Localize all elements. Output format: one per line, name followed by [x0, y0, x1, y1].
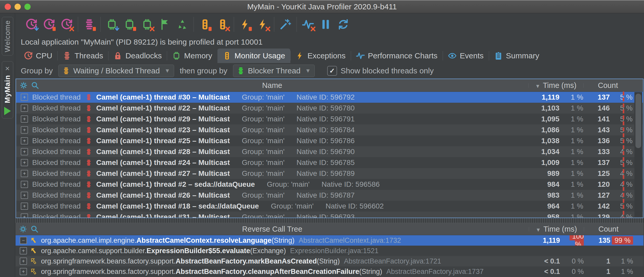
tab-summary[interactable]: Summary: [489, 49, 544, 63]
tab-monitor-usage[interactable]: Monitor Usage: [217, 49, 290, 63]
thread-group: Group: 'main': [271, 202, 314, 210]
thread-row[interactable]: +Blocked threadCamel (camel-1) thread #2…: [16, 157, 643, 168]
tab-deadlocks[interactable]: Deadlocks: [108, 49, 167, 63]
tab-performance-charts[interactable]: Performance Charts: [351, 49, 443, 63]
column-header-count[interactable]: Count: [584, 225, 633, 233]
panel-splitter[interactable]: [16, 218, 643, 223]
expand-icon[interactable]: +: [21, 213, 28, 218]
expand-icon[interactable]: +: [20, 258, 27, 265]
thread-native-id: Native ID: 596785: [297, 158, 355, 167]
welcome-tab-label: Welcome: [3, 20, 12, 52]
column-header-count[interactable]: Count: [583, 81, 633, 90]
sidebar-tab-welcome[interactable]: Welcome: [2, 17, 13, 56]
expand-icon[interactable]: +: [21, 159, 28, 166]
call-tree-row[interactable]: +org.apache.camel.support.builder.Expres…: [16, 246, 643, 256]
clear-cpu-data-icon[interactable]: [61, 18, 73, 30]
x-badge-icon: [265, 26, 271, 32]
pause-icon[interactable]: [320, 18, 332, 30]
thread-row[interactable]: +Blocked threadCamel (camel-1) thread #2…: [16, 103, 643, 114]
thread-row[interactable]: +Blocked threadCamel (camel-1) thread #2…: [16, 168, 643, 179]
expand-icon[interactable]: +: [21, 181, 28, 188]
column-header-time[interactable]: ▼Time (ms): [528, 81, 583, 90]
mymain-tab-label: MyMain: [3, 75, 12, 103]
show-blocked-checkbox-wrap[interactable]: ✓ Show blocked threads only: [327, 66, 434, 76]
thread-row[interactable]: +Blocked threadCamel (camel-1) thread #2…: [16, 146, 643, 157]
call-tree-row[interactable]: +org.springframework.beans.factory.suppo…: [16, 266, 643, 277]
blocked-thread-icon: [85, 94, 92, 101]
thread-telemetry-icon[interactable]: [83, 18, 95, 30]
start-cpu-profiling-icon[interactable]: [25, 18, 37, 30]
then-group-by-value: Blocker Thread: [248, 66, 300, 75]
group-by-dropdown[interactable]: Waiting / Blocked Thread ▼: [58, 65, 174, 77]
thread-native-id: Native ID: 596791: [297, 115, 355, 123]
expand-icon[interactable]: +: [21, 94, 28, 101]
call-tree-row[interactable]: +org.springframework.beans.factory.suppo…: [16, 256, 643, 266]
expand-icon[interactable]: +: [21, 192, 28, 199]
expand-icon[interactable]: +: [21, 203, 28, 210]
tab-exceptions[interactable]: Exceptions: [290, 49, 351, 63]
method-name: AbstractBeanFactory.cleanupAfterBeanCrea…: [176, 268, 359, 276]
status-line: Local application "MyMain" (PID 89212) i…: [15, 36, 644, 49]
inspections-wand-icon[interactable]: [279, 18, 291, 30]
search-icon[interactable]: [31, 225, 38, 233]
expand-icon[interactable]: +: [21, 170, 28, 177]
close-session-icon[interactable]: ×: [5, 65, 10, 72]
start-memory-profiling-icon[interactable]: [106, 18, 118, 30]
group-by-bar: Group by Waiting / Blocked Thread ▼ then…: [15, 63, 644, 79]
events-tab-icon: [448, 51, 457, 60]
thread-row[interactable]: +Blocked threadCamel (camel-1) thread #2…: [16, 114, 643, 124]
column-header-time[interactable]: ▼Time (ms): [529, 225, 584, 233]
expand-icon[interactable]: +: [20, 268, 27, 275]
main-toolbar: [15, 13, 644, 36]
time-value: 1,119: [528, 93, 559, 101]
thread-row[interactable]: +Blocked threadCamel (camel-1) thread #2…: [16, 190, 643, 201]
square-badge-icon: [132, 26, 138, 32]
refresh-icon[interactable]: [337, 18, 349, 30]
flag-icon[interactable]: [159, 18, 171, 30]
column-header-name[interactable]: Name: [16, 81, 528, 90]
vertical-scrollbar[interactable]: [634, 92, 642, 217]
column-header-call-tree[interactable]: Reverse Call Tree: [16, 225, 529, 233]
blocked-thread-icon: [85, 203, 92, 210]
expand-icon[interactable]: +: [20, 247, 27, 254]
then-group-by-dropdown[interactable]: Blocker Thread ▼: [233, 65, 315, 77]
expand-icon[interactable]: +: [21, 126, 28, 134]
square-badge-icon: [248, 26, 253, 32]
search-icon[interactable]: [31, 81, 39, 89]
clear-memory-data-icon[interactable]: [141, 18, 153, 30]
force-gc-icon[interactable]: [176, 18, 188, 30]
monitor-profiling-icon[interactable]: [199, 18, 211, 30]
method-package: org.apache.camel.support.builder.: [41, 247, 147, 255]
thread-row[interactable]: +Blocked threadCamel (camel-1) thread #2…: [16, 179, 643, 190]
scrollbar-thumb[interactable]: [635, 94, 641, 148]
expand-icon[interactable]: +: [21, 105, 28, 112]
thread-row[interactable]: +Blocked threadCamel (camel-1) thread #3…: [16, 212, 643, 218]
tab-threads[interactable]: Threads: [57, 49, 108, 63]
thread-row[interactable]: +Blocked threadCamel (camel-1) thread #2…: [16, 124, 643, 135]
tab-events[interactable]: Events: [443, 49, 489, 63]
call-tree-row[interactable]: −org.apache.camel.impl.engine.AbstractCa…: [16, 235, 643, 246]
stop-memory-profiling-icon[interactable]: [124, 18, 135, 30]
expand-icon[interactable]: +: [21, 115, 28, 123]
show-blocked-checkbox[interactable]: ✓: [327, 66, 337, 76]
method-arrow-icon: [31, 268, 37, 275]
clear-telemetry-icon[interactable]: [302, 18, 314, 30]
time-value: 1,103: [528, 104, 559, 112]
expand-icon[interactable]: +: [21, 148, 28, 155]
sidebar-tab-mymain[interactable]: × MyMain: [2, 61, 13, 119]
stop-cpu-profiling-icon[interactable]: [43, 18, 55, 30]
thread-row[interactable]: +Blocked threadCamel (camel-1) thread #1…: [16, 201, 643, 212]
thread-row[interactable]: +Blocked threadCamel (camel-1) thread #3…: [16, 92, 643, 103]
cpu-tab-icon: [24, 51, 33, 60]
tab-memory[interactable]: Memory: [167, 49, 217, 63]
clear-monitor-data-icon[interactable]: [217, 18, 229, 30]
thread-row[interactable]: +Blocked threadCamel (camel-1) thread #2…: [16, 135, 643, 146]
expand-icon[interactable]: +: [21, 137, 28, 144]
gear-icon[interactable]: [20, 81, 28, 89]
clear-exception-data-icon[interactable]: [257, 18, 269, 30]
gear-icon[interactable]: [19, 225, 27, 233]
expand-icon[interactable]: −: [20, 237, 27, 244]
time-percent: 1 %: [559, 126, 583, 134]
exception-profiling-icon[interactable]: [239, 18, 251, 30]
tab-cpu[interactable]: CPU: [19, 49, 57, 63]
